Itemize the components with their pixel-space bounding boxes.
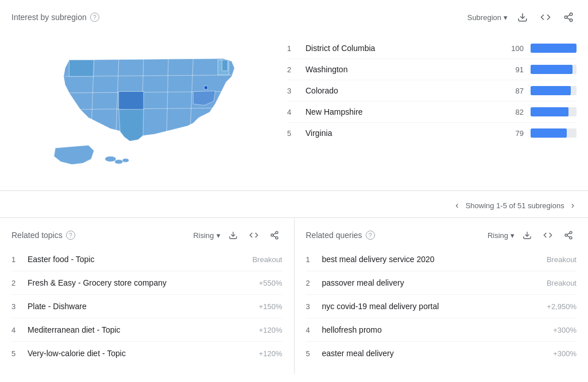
topics-filter-dropdown[interactable]: Rising ▾ xyxy=(193,231,220,240)
queries-filter-dropdown[interactable]: Rising ▾ xyxy=(488,231,514,240)
svg-point-31 xyxy=(570,237,572,239)
query-row-3: 3 nyc covid-19 meal delivery portal +2,9… xyxy=(306,295,577,318)
related-queries-label: Related queries xyxy=(306,231,362,240)
query-row-1: 1 best meal delivery service 2020 Breako… xyxy=(306,248,577,271)
query-name[interactable]: hellofresh promo xyxy=(322,325,548,334)
rank-number: 5 xyxy=(287,129,299,138)
rank-number: 2 xyxy=(287,65,299,74)
topic-rank: 2 xyxy=(11,279,22,287)
query-rank: 3 xyxy=(306,302,316,311)
rank-value: 87 xyxy=(506,87,524,95)
rank-row-1: 1 District of Columbia 100 xyxy=(287,38,577,59)
rank-value: 100 xyxy=(506,44,524,53)
section-title-text: Interest by subregion xyxy=(11,13,87,22)
help-icon[interactable]: ? xyxy=(90,13,99,22)
rank-bar xyxy=(531,65,572,74)
section-title: Interest by subregion ? xyxy=(11,13,99,22)
topic-value: +550% xyxy=(259,279,283,287)
query-name[interactable]: easter meal delivery xyxy=(322,349,548,358)
next-page-button[interactable]: › xyxy=(569,198,577,213)
topic-rank: 1 xyxy=(11,255,22,264)
rank-name: District of Columbia xyxy=(305,44,500,53)
topic-row-5: 5 Very-low-calorie diet - Topic +120% xyxy=(11,342,283,365)
topic-value: +120% xyxy=(259,326,283,334)
subregion-dropdown[interactable]: Subregion ▾ xyxy=(467,13,508,22)
chevron-down-icon: ▾ xyxy=(216,231,220,240)
rank-bar xyxy=(531,44,577,53)
related-queries-panel: Related queries ? Rising ▾ 1 xyxy=(295,218,589,374)
query-value: Breakout xyxy=(547,255,577,264)
svg-point-30 xyxy=(565,234,567,236)
rank-name: New Hampshire xyxy=(305,107,500,116)
queries-embed-button[interactable] xyxy=(540,227,556,243)
embed-button[interactable] xyxy=(537,9,554,25)
svg-rect-15 xyxy=(119,92,144,110)
svg-point-2 xyxy=(564,16,567,19)
related-topics-label: Related topics xyxy=(11,231,63,240)
rank-bar-container xyxy=(531,86,577,95)
topic-name[interactable]: Easter food - Topic xyxy=(28,255,246,264)
rank-bar xyxy=(531,107,568,116)
top-section-header: Interest by subregion ? Subregion ▾ xyxy=(11,9,577,25)
prev-page-button[interactable]: ‹ xyxy=(453,198,461,213)
svg-point-1 xyxy=(570,13,572,16)
query-rank: 5 xyxy=(306,349,316,358)
topic-name[interactable]: Mediterranean diet - Topic xyxy=(28,325,253,334)
topics-embed-button[interactable] xyxy=(246,227,262,243)
interest-by-subregion-section: Interest by subregion ? Subregion ▾ xyxy=(0,0,588,191)
download-button[interactable] xyxy=(514,9,531,25)
topic-row-2: 2 Fresh & Easy - Grocery store company +… xyxy=(11,271,283,295)
chevron-down-icon: ▾ xyxy=(504,13,508,22)
query-row-2: 2 passover meal delivery Breakout xyxy=(306,271,577,295)
rank-value: 79 xyxy=(506,129,524,138)
topic-value: +120% xyxy=(259,349,283,358)
topics-share-button[interactable] xyxy=(266,227,283,243)
queries-share-button[interactable] xyxy=(560,227,577,243)
rank-bar xyxy=(531,86,571,95)
svg-point-17 xyxy=(115,159,123,164)
us-map xyxy=(23,38,264,176)
topic-row-1: 1 Easter food - Topic Breakout xyxy=(11,248,283,271)
svg-line-4 xyxy=(567,18,570,20)
topic-name[interactable]: Fresh & Easy - Grocery store company xyxy=(28,278,253,287)
svg-point-3 xyxy=(570,19,572,22)
svg-point-25 xyxy=(276,237,278,239)
svg-line-33 xyxy=(567,233,570,235)
query-name[interactable]: best meal delivery service 2020 xyxy=(322,255,541,264)
chevron-down-icon: ▾ xyxy=(510,231,514,240)
related-topics-panel: Related topics ? Rising ▾ 1 xyxy=(0,218,295,374)
queries-help-icon[interactable]: ? xyxy=(366,231,375,240)
related-queries-title: Related queries ? xyxy=(306,231,375,240)
topic-rank: 4 xyxy=(11,326,22,334)
topic-rank: 3 xyxy=(11,302,22,311)
svg-line-32 xyxy=(567,236,570,237)
rank-value: 82 xyxy=(506,108,524,116)
topic-name[interactable]: Plate - Dishware xyxy=(28,302,253,311)
rank-bar xyxy=(531,128,567,138)
query-value: +300% xyxy=(553,326,577,334)
pagination-text: Showing 1-5 of 51 subregions xyxy=(466,201,564,210)
topics-download-button[interactable] xyxy=(225,227,241,243)
svg-point-18 xyxy=(122,158,129,162)
queries-panel-controls: Rising ▾ xyxy=(488,227,577,243)
topic-value: Breakout xyxy=(252,255,282,264)
related-queries-header: Related queries ? Rising ▾ xyxy=(306,227,577,243)
rank-number: 1 xyxy=(287,44,299,53)
rank-bar-container xyxy=(531,65,577,74)
topic-name[interactable]: Very-low-calorie diet - Topic xyxy=(28,349,253,358)
rank-row-4: 4 New Hampshire 82 xyxy=(287,102,577,123)
rank-bar-container xyxy=(531,44,577,53)
topic-value: +150% xyxy=(259,302,283,311)
query-rank: 4 xyxy=(306,326,316,334)
query-rank: 1 xyxy=(306,255,316,264)
share-button[interactable] xyxy=(560,9,577,25)
svg-rect-20 xyxy=(204,86,208,89)
queries-download-button[interactable] xyxy=(519,227,535,243)
topics-help-icon[interactable]: ? xyxy=(66,231,75,240)
query-name[interactable]: nyc covid-19 meal delivery portal xyxy=(322,302,541,311)
rank-bar-container xyxy=(531,128,577,138)
pagination: ‹ Showing 1-5 of 51 subregions › xyxy=(0,191,588,218)
query-name[interactable]: passover meal delivery xyxy=(322,278,541,287)
rank-row-2: 2 Washington 91 xyxy=(287,59,577,80)
rank-number: 3 xyxy=(287,87,299,95)
